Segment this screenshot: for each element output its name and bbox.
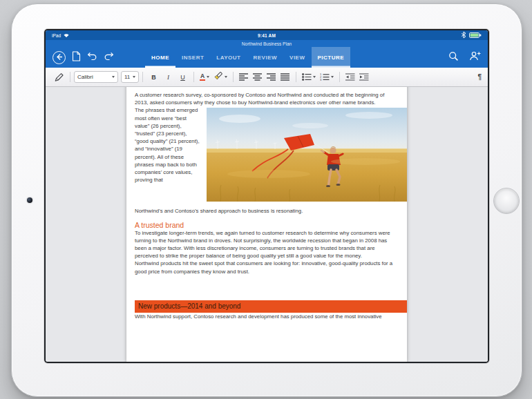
toolbar-separator xyxy=(233,72,234,82)
status-right xyxy=(461,31,482,39)
paragraph-1: A customer research survey, co-sponsored… xyxy=(135,91,399,106)
bold-button[interactable]: B xyxy=(146,70,161,84)
italic-button[interactable]: I xyxy=(161,70,175,84)
formatting-toolbar: Calibri 11 B I U A xyxy=(46,68,488,87)
chevron-down-icon xyxy=(313,76,316,78)
search-button[interactable] xyxy=(448,51,459,64)
paragraph-3: To investigate longer-term trends, we ag… xyxy=(135,229,399,260)
kite-field-photo[interactable] xyxy=(207,108,407,202)
paragraph-marks-button[interactable]: ¶ xyxy=(477,73,482,81)
toolbar-separator xyxy=(296,72,296,82)
tab-insert[interactable]: INSERT xyxy=(175,47,210,68)
font-size-value: 11 xyxy=(124,74,130,80)
ribbon-right-actions xyxy=(448,51,481,64)
ribbon-tabs: HOME INSERT LAYOUT REVIEW VIEW PICTURE xyxy=(145,47,350,68)
chevron-down-icon xyxy=(133,76,135,78)
desktop-background: iPad 9:41 AM Northwind Busines xyxy=(0,0,532,399)
decrease-indent-button[interactable] xyxy=(343,70,357,84)
file-button[interactable] xyxy=(72,51,81,64)
increase-indent-button[interactable] xyxy=(357,70,371,84)
chevron-down-icon xyxy=(331,76,334,78)
align-left-button[interactable] xyxy=(237,70,251,84)
toolbar-separator xyxy=(70,72,70,82)
undo-icon xyxy=(87,51,97,64)
tab-review[interactable]: REVIEW xyxy=(247,47,284,68)
chevron-down-icon xyxy=(225,76,227,78)
italic-label: I xyxy=(163,74,173,81)
tab-layout[interactable]: LAYOUT xyxy=(210,47,247,68)
font-name-value: Calibri xyxy=(77,74,93,80)
toolbar-separator xyxy=(142,72,143,82)
align-center-button[interactable] xyxy=(251,70,265,84)
status-time: 9:41 AM xyxy=(46,33,488,38)
tab-home[interactable]: HOME xyxy=(145,47,175,68)
redo-icon xyxy=(104,51,114,64)
paragraph-5: With Northwind support, Contoso research… xyxy=(135,313,399,320)
heading-trusted-brand: A trusted brand xyxy=(135,221,399,229)
ipad-device: iPad 9:41 AM Northwind Busines xyxy=(11,3,522,397)
heading-banner-new-products: New products—2014 and beyond xyxy=(135,300,407,313)
document-page[interactable]: A customer research survey, co-sponsored… xyxy=(126,87,407,362)
bold-label: B xyxy=(149,74,159,81)
underline-button[interactable]: U xyxy=(175,70,190,84)
font-name-dropdown[interactable]: Calibri xyxy=(74,71,118,83)
paragraph-4: Northwind products hit the sweet spot th… xyxy=(135,260,399,275)
align-justify-button[interactable] xyxy=(278,70,292,84)
highlight-button[interactable] xyxy=(211,70,229,84)
paragraph-2-text: The phrases that emerged most often were… xyxy=(135,107,200,183)
highlighter-icon xyxy=(213,71,223,84)
underline-label: U xyxy=(178,74,188,81)
chevron-down-icon xyxy=(207,76,209,78)
svg-text:3: 3 xyxy=(320,78,322,81)
bulleted-list-button[interactable] xyxy=(300,70,318,84)
chevron-down-icon xyxy=(112,76,115,78)
toolbar-separator xyxy=(339,72,340,82)
undo-button[interactable] xyxy=(87,51,97,64)
paragraph-2: The phrases that emerged most often were… xyxy=(135,106,399,215)
font-color-icon: A xyxy=(200,73,205,81)
back-button[interactable] xyxy=(53,51,66,64)
battery-icon xyxy=(469,32,482,39)
back-arrow-icon xyxy=(55,51,64,64)
status-bar: iPad 9:41 AM xyxy=(46,30,488,40)
tab-picture[interactable]: PICTURE xyxy=(312,47,351,68)
document-canvas[interactable]: A customer research survey, co-sponsored… xyxy=(46,87,488,362)
bluetooth-icon xyxy=(461,31,466,39)
redo-button[interactable] xyxy=(104,51,114,64)
home-button[interactable] xyxy=(493,188,520,214)
font-color-button[interactable]: A xyxy=(198,70,211,84)
font-size-dropdown[interactable]: 11 xyxy=(121,71,139,83)
add-person-button[interactable] xyxy=(469,51,481,64)
ribbon-bar: HOME INSERT LAYOUT REVIEW VIEW PICTURE xyxy=(46,47,488,68)
front-camera xyxy=(27,197,32,203)
new-document-icon xyxy=(72,51,81,64)
tab-view[interactable]: VIEW xyxy=(283,47,311,68)
document-title: Northwind Business Plan xyxy=(242,41,292,46)
pen-tool-button[interactable] xyxy=(52,70,66,84)
document-title-bar: Northwind Business Plan xyxy=(46,40,488,47)
numbered-list-button[interactable]: 1 2 3 xyxy=(318,70,336,84)
align-right-button[interactable] xyxy=(265,70,278,84)
paragraph-2-continued: Northwind’s and Contoso’s shared approac… xyxy=(135,207,399,215)
toolbar-separator xyxy=(193,72,194,82)
screen: iPad 9:41 AM Northwind Busines xyxy=(46,30,488,362)
